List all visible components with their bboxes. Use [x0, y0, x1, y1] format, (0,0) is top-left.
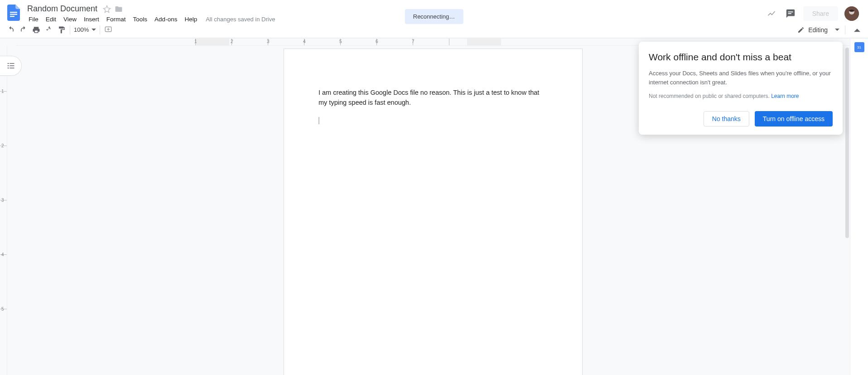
- ruler-label: 7: [412, 39, 415, 44]
- text-cursor: [318, 117, 319, 124]
- svg-rect-2: [10, 16, 14, 17]
- activity-icon[interactable]: [765, 7, 778, 20]
- ruler-label: 2: [1, 143, 4, 148]
- title-row: Random Document: [25, 4, 280, 14]
- ruler-label: 3: [1, 198, 4, 203]
- chevron-up-icon: [854, 27, 860, 33]
- insert-comment-button[interactable]: [102, 24, 115, 36]
- toolbar: 100% Editing: [0, 22, 868, 38]
- menu-tools[interactable]: Tools: [130, 15, 151, 24]
- ruler-label: 5: [1, 307, 4, 312]
- toolbar-separator: [845, 25, 845, 34]
- save-status-label: All changes saved in Drive: [201, 15, 280, 24]
- spellcheck-button[interactable]: [43, 24, 55, 36]
- svg-rect-0: [10, 12, 17, 13]
- offline-dialog: Work offline and don't miss a beat Acces…: [639, 42, 843, 135]
- dialog-fine-print: Not recommended on public or shared comp…: [649, 92, 833, 100]
- ruler-label: 4: [1, 252, 4, 257]
- paint-format-button[interactable]: [55, 24, 68, 36]
- mode-dropdown-caret[interactable]: [835, 26, 839, 34]
- menu-file[interactable]: File: [25, 15, 42, 24]
- title-area: Random Document File Edit View Insert Fo…: [25, 4, 280, 24]
- header-right: Share: [765, 6, 864, 21]
- vertical-ruler[interactable]: 1 2 3 4 5: [0, 46, 7, 375]
- outline-icon: [6, 61, 15, 70]
- ruler-label: 6: [376, 39, 378, 44]
- scrollbar-thumb[interactable]: [845, 48, 849, 238]
- dialog-fine-text: Not recommended on public or shared comp…: [649, 93, 770, 99]
- menu-edit[interactable]: Edit: [43, 15, 59, 24]
- ruler-label: 1: [1, 89, 4, 94]
- turn-on-offline-button[interactable]: Turn on offline access: [755, 111, 833, 127]
- ruler-label: 2: [231, 39, 233, 44]
- move-folder-icon[interactable]: [115, 5, 123, 13]
- side-panel: 31: [850, 39, 868, 375]
- ruler-label: 5: [339, 39, 342, 44]
- vertical-scrollbar[interactable]: [844, 46, 850, 375]
- docs-logo-icon[interactable]: [5, 5, 22, 21]
- print-button[interactable]: [30, 24, 43, 36]
- page[interactable]: I am creating this Google Docs file no r…: [284, 49, 583, 375]
- editing-mode-label: Editing: [808, 26, 828, 34]
- chevron-down-icon: [835, 28, 839, 32]
- mode-switcher: Editing: [794, 24, 863, 36]
- hide-menus-button[interactable]: [851, 24, 863, 36]
- menu-format[interactable]: Format: [103, 15, 129, 24]
- reconnecting-toast: Reconnecting…: [405, 9, 463, 24]
- chevron-down-icon: [92, 28, 96, 32]
- menu-view[interactable]: View: [60, 15, 80, 24]
- zoom-select[interactable]: 100%: [72, 26, 98, 33]
- account-avatar[interactable]: [844, 6, 859, 21]
- document-title-input[interactable]: Random Document: [25, 4, 99, 14]
- ruler-label: 1: [194, 39, 197, 44]
- svg-rect-4: [788, 13, 791, 14]
- star-icon[interactable]: [103, 5, 111, 13]
- menu-help[interactable]: Help: [181, 15, 200, 24]
- menu-addons[interactable]: Add-ons: [151, 15, 180, 24]
- dialog-body: Access your Docs, Sheets and Slides file…: [649, 69, 833, 87]
- undo-button[interactable]: [5, 24, 17, 36]
- ruler-label: 3: [267, 39, 270, 44]
- learn-more-link[interactable]: Learn more: [771, 93, 799, 99]
- calendar-app-icon[interactable]: 31: [854, 42, 864, 52]
- toolbar-separator: [100, 25, 100, 34]
- pencil-icon: [797, 26, 805, 34]
- toolbar-separator: [70, 25, 70, 34]
- comments-icon[interactable]: [784, 7, 797, 20]
- zoom-value: 100%: [74, 26, 89, 33]
- menu-insert[interactable]: Insert: [81, 15, 102, 24]
- svg-rect-1: [10, 14, 17, 15]
- dialog-actions: No thanks Turn on offline access: [649, 111, 833, 127]
- share-button[interactable]: Share: [803, 6, 838, 21]
- menu-bar: File Edit View Insert Format Tools Add-o…: [25, 14, 280, 24]
- editing-mode-button[interactable]: Editing: [794, 24, 831, 35]
- ruler-ticks: 1 2 3 4 5 6 7: [195, 39, 485, 46]
- no-thanks-button[interactable]: No thanks: [704, 111, 749, 127]
- titlebar: Random Document File Edit View Insert Fo…: [0, 0, 868, 22]
- svg-rect-3: [788, 11, 793, 12]
- redo-button[interactable]: [17, 24, 30, 36]
- dialog-title: Work offline and don't miss a beat: [649, 52, 833, 63]
- ruler-label: 4: [303, 39, 306, 44]
- document-body-text[interactable]: I am creating this Google Docs file no r…: [318, 88, 548, 108]
